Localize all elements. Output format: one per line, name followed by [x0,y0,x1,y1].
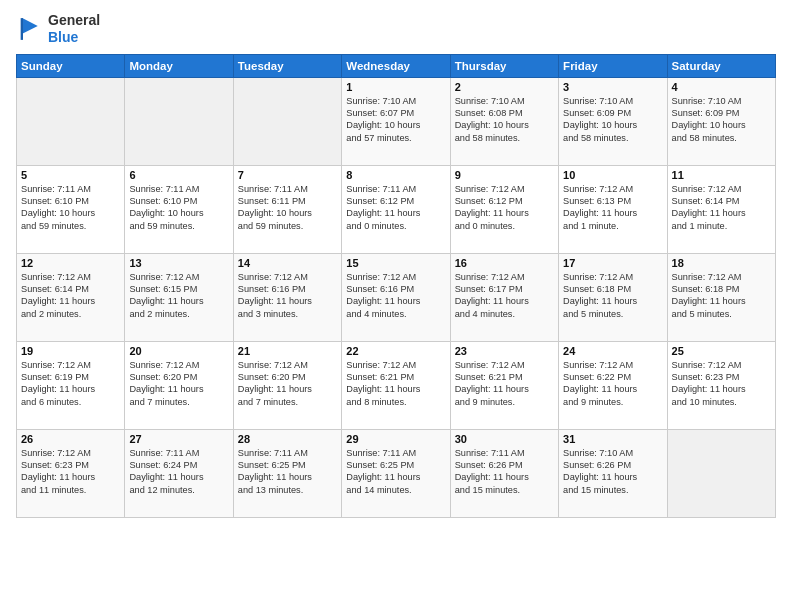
day-number: 21 [238,345,337,357]
calendar-week-row: 19Sunrise: 7:12 AM Sunset: 6:19 PM Dayli… [17,341,776,429]
calendar-cell: 28Sunrise: 7:11 AM Sunset: 6:25 PM Dayli… [233,429,341,517]
day-number: 31 [563,433,662,445]
day-number: 11 [672,169,771,181]
day-number: 20 [129,345,228,357]
calendar-cell [667,429,775,517]
weekday-header-wednesday: Wednesday [342,54,450,77]
day-info: Sunrise: 7:12 AM Sunset: 6:15 PM Dayligh… [129,271,228,321]
logo-text: General Blue [48,12,100,46]
day-number: 14 [238,257,337,269]
calendar-cell: 4Sunrise: 7:10 AM Sunset: 6:09 PM Daylig… [667,77,775,165]
day-number: 16 [455,257,554,269]
weekday-header-sunday: Sunday [17,54,125,77]
day-info: Sunrise: 7:11 AM Sunset: 6:11 PM Dayligh… [238,183,337,233]
day-info: Sunrise: 7:12 AM Sunset: 6:12 PM Dayligh… [455,183,554,233]
day-number: 12 [21,257,120,269]
calendar-cell: 11Sunrise: 7:12 AM Sunset: 6:14 PM Dayli… [667,165,775,253]
calendar-cell: 29Sunrise: 7:11 AM Sunset: 6:25 PM Dayli… [342,429,450,517]
weekday-header-monday: Monday [125,54,233,77]
svg-rect-1 [21,18,23,40]
calendar-cell: 18Sunrise: 7:12 AM Sunset: 6:18 PM Dayli… [667,253,775,341]
calendar-cell: 25Sunrise: 7:12 AM Sunset: 6:23 PM Dayli… [667,341,775,429]
calendar-week-row: 5Sunrise: 7:11 AM Sunset: 6:10 PM Daylig… [17,165,776,253]
calendar-cell: 1Sunrise: 7:10 AM Sunset: 6:07 PM Daylig… [342,77,450,165]
day-info: Sunrise: 7:12 AM Sunset: 6:14 PM Dayligh… [672,183,771,233]
calendar-cell: 23Sunrise: 7:12 AM Sunset: 6:21 PM Dayli… [450,341,558,429]
day-info: Sunrise: 7:11 AM Sunset: 6:25 PM Dayligh… [238,447,337,497]
day-number: 1 [346,81,445,93]
calendar-page: General Blue SundayMondayTuesdayWednesda… [0,0,792,612]
day-number: 7 [238,169,337,181]
day-number: 18 [672,257,771,269]
calendar-cell: 8Sunrise: 7:11 AM Sunset: 6:12 PM Daylig… [342,165,450,253]
calendar-cell: 17Sunrise: 7:12 AM Sunset: 6:18 PM Dayli… [559,253,667,341]
calendar-cell: 9Sunrise: 7:12 AM Sunset: 6:12 PM Daylig… [450,165,558,253]
day-number: 10 [563,169,662,181]
svg-marker-0 [22,18,38,34]
day-info: Sunrise: 7:10 AM Sunset: 6:09 PM Dayligh… [563,95,662,145]
day-number: 29 [346,433,445,445]
weekday-header-friday: Friday [559,54,667,77]
day-info: Sunrise: 7:11 AM Sunset: 6:10 PM Dayligh… [21,183,120,233]
day-info: Sunrise: 7:10 AM Sunset: 6:26 PM Dayligh… [563,447,662,497]
calendar-cell: 26Sunrise: 7:12 AM Sunset: 6:23 PM Dayli… [17,429,125,517]
day-info: Sunrise: 7:12 AM Sunset: 6:18 PM Dayligh… [563,271,662,321]
day-info: Sunrise: 7:12 AM Sunset: 6:22 PM Dayligh… [563,359,662,409]
calendar-cell: 16Sunrise: 7:12 AM Sunset: 6:17 PM Dayli… [450,253,558,341]
day-info: Sunrise: 7:12 AM Sunset: 6:21 PM Dayligh… [455,359,554,409]
calendar-cell: 7Sunrise: 7:11 AM Sunset: 6:11 PM Daylig… [233,165,341,253]
calendar-cell: 3Sunrise: 7:10 AM Sunset: 6:09 PM Daylig… [559,77,667,165]
day-number: 15 [346,257,445,269]
logo-icon [16,15,44,43]
day-info: Sunrise: 7:12 AM Sunset: 6:23 PM Dayligh… [21,447,120,497]
day-number: 17 [563,257,662,269]
day-info: Sunrise: 7:12 AM Sunset: 6:20 PM Dayligh… [129,359,228,409]
weekday-header-saturday: Saturday [667,54,775,77]
calendar-week-row: 12Sunrise: 7:12 AM Sunset: 6:14 PM Dayli… [17,253,776,341]
calendar-cell: 20Sunrise: 7:12 AM Sunset: 6:20 PM Dayli… [125,341,233,429]
calendar-table: SundayMondayTuesdayWednesdayThursdayFrid… [16,54,776,518]
calendar-cell [233,77,341,165]
day-number: 24 [563,345,662,357]
calendar-cell: 19Sunrise: 7:12 AM Sunset: 6:19 PM Dayli… [17,341,125,429]
day-number: 5 [21,169,120,181]
day-number: 6 [129,169,228,181]
day-number: 28 [238,433,337,445]
calendar-cell: 30Sunrise: 7:11 AM Sunset: 6:26 PM Dayli… [450,429,558,517]
day-info: Sunrise: 7:12 AM Sunset: 6:13 PM Dayligh… [563,183,662,233]
calendar-cell [125,77,233,165]
day-info: Sunrise: 7:12 AM Sunset: 6:14 PM Dayligh… [21,271,120,321]
calendar-week-row: 1Sunrise: 7:10 AM Sunset: 6:07 PM Daylig… [17,77,776,165]
header: General Blue [16,12,776,46]
day-info: Sunrise: 7:12 AM Sunset: 6:18 PM Dayligh… [672,271,771,321]
day-info: Sunrise: 7:12 AM Sunset: 6:17 PM Dayligh… [455,271,554,321]
day-number: 2 [455,81,554,93]
calendar-cell [17,77,125,165]
day-info: Sunrise: 7:11 AM Sunset: 6:24 PM Dayligh… [129,447,228,497]
day-number: 23 [455,345,554,357]
calendar-cell: 5Sunrise: 7:11 AM Sunset: 6:10 PM Daylig… [17,165,125,253]
calendar-cell: 14Sunrise: 7:12 AM Sunset: 6:16 PM Dayli… [233,253,341,341]
day-number: 30 [455,433,554,445]
calendar-cell: 15Sunrise: 7:12 AM Sunset: 6:16 PM Dayli… [342,253,450,341]
day-number: 8 [346,169,445,181]
day-info: Sunrise: 7:11 AM Sunset: 6:25 PM Dayligh… [346,447,445,497]
calendar-cell: 31Sunrise: 7:10 AM Sunset: 6:26 PM Dayli… [559,429,667,517]
day-number: 9 [455,169,554,181]
day-info: Sunrise: 7:11 AM Sunset: 6:12 PM Dayligh… [346,183,445,233]
logo-general: General [48,12,100,29]
day-number: 19 [21,345,120,357]
calendar-cell: 22Sunrise: 7:12 AM Sunset: 6:21 PM Dayli… [342,341,450,429]
logo-blue: Blue [48,29,100,46]
calendar-cell: 21Sunrise: 7:12 AM Sunset: 6:20 PM Dayli… [233,341,341,429]
day-info: Sunrise: 7:10 AM Sunset: 6:08 PM Dayligh… [455,95,554,145]
day-info: Sunrise: 7:12 AM Sunset: 6:19 PM Dayligh… [21,359,120,409]
calendar-cell: 12Sunrise: 7:12 AM Sunset: 6:14 PM Dayli… [17,253,125,341]
calendar-cell: 2Sunrise: 7:10 AM Sunset: 6:08 PM Daylig… [450,77,558,165]
calendar-cell: 10Sunrise: 7:12 AM Sunset: 6:13 PM Dayli… [559,165,667,253]
day-info: Sunrise: 7:12 AM Sunset: 6:16 PM Dayligh… [346,271,445,321]
day-number: 4 [672,81,771,93]
calendar-cell: 24Sunrise: 7:12 AM Sunset: 6:22 PM Dayli… [559,341,667,429]
day-number: 27 [129,433,228,445]
logo: General Blue [16,12,100,46]
